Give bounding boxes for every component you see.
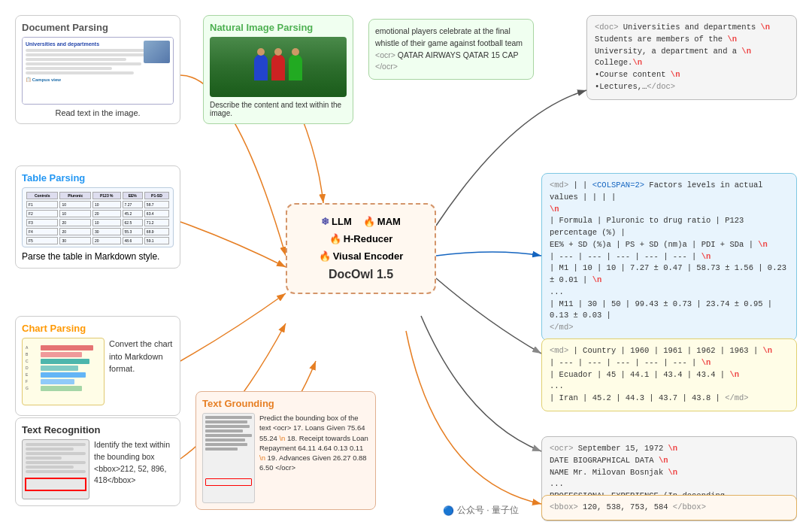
natural-image-caption: Describe the content and text within the… (210, 101, 347, 117)
tg-line (205, 434, 252, 437)
table-output-text: <md> | | <COLSPAN=2> Factors levels in a… (550, 180, 789, 334)
doc-output-text: <doc> Universities and departments \n St… (595, 22, 789, 93)
tg-line (205, 448, 238, 451)
svg-rect-5 (41, 352, 82, 357)
tg-line (205, 438, 245, 442)
bar-chart-svg: A B C D E F G (26, 341, 101, 402)
tg-line (205, 416, 252, 419)
tg-line (205, 420, 247, 423)
figure-red (271, 54, 285, 80)
svg-text:C: C (26, 359, 29, 363)
svg-rect-10 (41, 386, 82, 391)
main-diagram: Document Parsing Universities and depart… (0, 0, 812, 528)
text-line (26, 470, 86, 473)
country-output-text: <md> | Country | 1960 | 1961 | 1962 | 19… (550, 345, 789, 405)
hreducer-label: H-Reducer (344, 233, 393, 244)
text-lines (26, 443, 86, 473)
llm-label: LLM (332, 216, 352, 227)
watermark: 🔵 公众号 · 量子位 (443, 504, 519, 517)
center-model-box: ❄ LLM 🔥 MAM 🔥 H-Reducer 🔥 Viusal Encoder… (286, 203, 436, 294)
text-line (26, 448, 74, 451)
tg-text: Predict the bounding box of the text <oc… (259, 413, 369, 503)
figure-blue (254, 54, 268, 80)
svg-text:B: B (26, 352, 29, 357)
chart-image: A B C D E F G (22, 338, 105, 405)
tg-lines (205, 416, 252, 451)
text-grounding-title: Text Grounding (202, 398, 369, 409)
table-parsing-title: Table Parsing (22, 172, 174, 184)
svg-text:E: E (26, 372, 29, 377)
text-line (26, 461, 86, 464)
text-line (26, 466, 74, 469)
document-parsing-title: Document Parsing (22, 22, 174, 33)
tg-image (202, 413, 255, 503)
fake-table: ControlsPluronicP123 %EE%P1-SD F110107.2… (25, 190, 171, 246)
table-parsing-caption: Parse the table in Markdown style. (22, 251, 174, 262)
tg-bbox-indicator (205, 478, 252, 486)
natural-image-box: Natural Image Parsing Describe the conte… (203, 15, 353, 124)
document-parsing-box: Document Parsing Universities and depart… (15, 15, 180, 124)
text-line (26, 457, 62, 460)
svg-text:A: A (26, 345, 29, 350)
chart-parsing-box: Chart Parsing A B C D E F (15, 316, 180, 416)
tg-line (205, 425, 250, 428)
fire-icon-mam: 🔥 (363, 216, 375, 227)
brand-name: DocOwl 1.5 (295, 268, 427, 281)
svg-rect-9 (41, 379, 74, 384)
svg-text:F: F (26, 379, 28, 384)
watermark-text: 公众号 · 量子位 (457, 504, 519, 517)
watermark-icon: 🔵 (443, 505, 454, 516)
fire-icon-hreducer: 🔥 (329, 233, 341, 244)
tr-content: Identify the text within the bounding bo… (22, 439, 174, 499)
llm-item: ❄ LLM (321, 216, 352, 227)
table-parsing-box: Table Parsing ControlsPluronicP123 %EE%P… (15, 165, 180, 269)
bbox-output-text: <bbox> 120, 538, 753, 584 </bbox> (550, 502, 789, 514)
text-line (26, 452, 86, 455)
svg-text:D: D (26, 366, 29, 370)
natural-image-title: Natural Image Parsing (210, 22, 347, 33)
figure-green (289, 54, 302, 80)
svg-rect-4 (41, 345, 93, 350)
text-recognition-box: Text Recognition Identify the text withi… (15, 417, 180, 506)
snowflake-icon: ❄ (321, 216, 329, 227)
hreducer-row: 🔥 H-Reducer (295, 233, 427, 244)
country-output-box: <md> | Country | 1960 | 1961 | 1962 | 19… (541, 338, 797, 411)
svg-rect-8 (41, 372, 86, 378)
fake-document: Universities and departments 📋 Campus vi… (23, 38, 173, 104)
fire-icon-encoder: 🔥 (319, 250, 331, 262)
tg-line (205, 429, 243, 432)
svg-text:G: G (26, 386, 29, 390)
tg-content: Predict the bounding box of the text <oc… (202, 413, 369, 503)
tr-image (22, 439, 89, 499)
doc-output-box: <doc> Universities and departments \n St… (586, 15, 797, 100)
visual-encoder-label: Viusal Encoder (333, 250, 404, 262)
soccer-figures (254, 54, 302, 80)
svg-rect-6 (41, 359, 89, 364)
chart-parsing-title: Chart Parsing (22, 323, 174, 334)
visual-encoder-item: 🔥 Viusal Encoder (319, 250, 404, 262)
chart-caption: Convert the chart into Markdown format. (109, 338, 174, 409)
text-recognition-title: Text Recognition (22, 424, 174, 435)
mam-label: MAM (377, 216, 401, 227)
newline-marker2: \n (259, 454, 265, 462)
top-row: ❄ LLM 🔥 MAM (295, 216, 427, 227)
bbox-output-box: <bbox> 120, 538, 753, 584 </bbox> (541, 495, 797, 520)
document-parsing-image: Universities and departments 📋 Campus vi… (22, 37, 174, 105)
hreducer-item: 🔥 H-Reducer (329, 233, 393, 244)
tr-caption: Identify the text within the bounding bo… (94, 439, 174, 499)
chart-content: A B C D E F G Convert the chart into Mar… (22, 338, 174, 409)
table-parsing-image: ControlsPluronicP123 %EE%P1-SD F110107.2… (22, 187, 174, 247)
svg-rect-7 (41, 366, 78, 371)
natural-image-prompt: emotional players celebrate at the final… (368, 19, 534, 80)
mam-item: 🔥 MAM (363, 216, 401, 227)
bbox-indicator (25, 478, 86, 491)
visual-encoder-row: 🔥 Viusal Encoder (295, 250, 427, 262)
newline-marker: \n (279, 434, 285, 442)
table-output-box: <md> | | <COLSPAN=2> Factors levels in a… (541, 173, 797, 341)
tg-line (205, 443, 247, 446)
document-parsing-caption: Read text in the image. (22, 108, 174, 117)
text-grounding-box: Text Grounding Predict the bounding box … (195, 391, 376, 510)
soccer-image (210, 37, 347, 97)
text-line (26, 443, 86, 446)
